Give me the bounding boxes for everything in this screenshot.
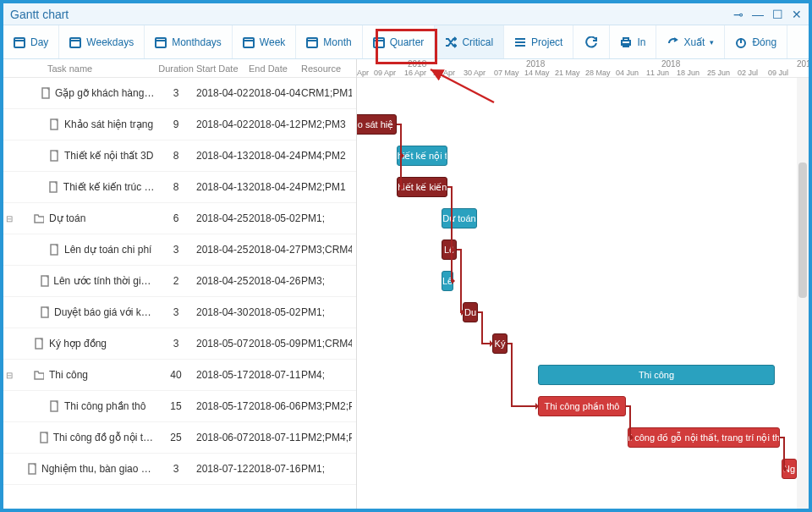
calendar-icon <box>243 36 255 48</box>
table-row[interactable]: Thi công đồ gỗ nội thất, tran252018-06-0… <box>3 422 356 454</box>
task-resource: PM1; <box>301 212 352 224</box>
task-duration: 6 <box>156 212 196 224</box>
task-duration: 8 <box>156 181 196 193</box>
close-label: Đóng <box>752 36 776 48</box>
table-row[interactable]: Thiết kế kiến trúc 3D82018-04-132018-04-… <box>3 172 356 203</box>
scrollbar-thumb[interactable] <box>798 162 807 298</box>
refresh-button[interactable] <box>573 25 610 58</box>
task-resource: PM4; <box>301 369 352 381</box>
task-end: 2018-06-06 <box>249 400 301 412</box>
timeline-tick: 23 Apr <box>433 69 455 77</box>
print-button[interactable]: In <box>610 25 656 58</box>
quarter-button[interactable]: Quarter <box>363 25 436 58</box>
table-row[interactable]: Thiết kế nội thất 3D82018-04-132018-04-2… <box>3 140 356 172</box>
task-name: Nghiệm thu, bàn giao công trìn <box>41 463 156 475</box>
task-name: Lên dự toán chi phí <box>64 244 151 256</box>
task-resource: PM3;CRM4 <box>301 244 352 256</box>
body-area: Task name Duration Start Date End Date R… <box>3 59 809 509</box>
col-resource-header[interactable]: Resource <box>301 59 352 77</box>
close-button[interactable]: Đóng <box>725 25 787 58</box>
table-row[interactable]: ⊟Thi công402018-05-172018-07-11PM4; <box>3 360 356 391</box>
expand-icon[interactable]: ⊟ <box>3 371 15 380</box>
gantt-bar[interactable]: Thi công <box>538 365 775 385</box>
vertical-scrollbar[interactable] <box>797 78 809 509</box>
document-icon <box>47 244 61 256</box>
window-controls: ⊸ — ☐ ✕ <box>733 3 802 25</box>
critical-button[interactable]: Critical <box>435 25 504 58</box>
task-resource: CRM1;PM1 <box>301 87 352 99</box>
gantt-bar[interactable]: Thi công phần thô <box>538 396 626 416</box>
timeline-year: 2018 <box>526 59 545 69</box>
close-icon[interactable]: ✕ <box>792 3 802 25</box>
timeline-tick: 14 May <box>524 69 550 77</box>
export-button[interactable]: Xuất▾ <box>656 25 725 58</box>
task-end: 2018-07-11 <box>249 369 301 381</box>
task-name: Thi công đồ gỗ nội thất, tran <box>53 432 156 443</box>
gantt-window: Gantt chart ⊸ — ☐ ✕ Day Weekdays Monthda… <box>0 0 812 512</box>
table-row[interactable]: Nghiệm thu, bàn giao công trìn32018-07-1… <box>3 454 356 485</box>
table-row[interactable]: Duyệt báo giá với khách hà32018-04-30201… <box>3 297 356 328</box>
calendar-icon <box>14 36 25 48</box>
task-duration: 2 <box>156 275 196 287</box>
project-button[interactable]: Project <box>504 25 573 58</box>
table-row[interactable]: Lên ước tính thời gian thi cô22018-04-25… <box>3 266 356 297</box>
table-row[interactable]: Gặp gỡ khách hàng làm rõ32018-04-022018-… <box>3 78 356 109</box>
pin-icon[interactable]: ⊸ <box>733 3 743 25</box>
titlebar: Gantt chart ⊸ — ☐ ✕ <box>3 3 809 25</box>
monthdays-button[interactable]: Monthdays <box>145 25 233 58</box>
weekdays-button[interactable]: Weekdays <box>59 25 145 58</box>
list-icon <box>514 36 526 48</box>
gantt-bar[interactable]: o sát hiệ <box>357 114 397 135</box>
timeline-year: 2018 <box>661 59 680 69</box>
grid-header: Task name Duration Start Date End Date R… <box>3 59 356 78</box>
week-button[interactable]: Week <box>233 25 296 58</box>
col-end-header[interactable]: End Date <box>249 59 301 77</box>
svg-rect-6 <box>244 38 254 47</box>
table-row[interactable]: Thi công phần thô152018-05-172018-06-06P… <box>3 391 356 422</box>
folder-icon <box>32 212 46 224</box>
col-task-header[interactable]: Task name <box>3 59 156 77</box>
task-end: 2018-04-27 <box>249 244 301 256</box>
task-name: Duyệt báo giá với khách hà <box>54 306 156 318</box>
month-button[interactable]: Month <box>296 25 362 58</box>
power-icon <box>735 36 747 48</box>
timeline-tick: 07 May <box>494 69 519 77</box>
timeline-tick: 30 Apr <box>464 69 486 77</box>
task-resource: PM1;CRM4 <box>301 338 352 350</box>
task-start: 2018-04-25 <box>196 244 249 256</box>
task-name: Dự toán <box>49 212 85 224</box>
day-button[interactable]: Day <box>3 25 59 58</box>
maximize-icon[interactable]: ☐ <box>772 3 783 25</box>
svg-rect-16 <box>623 38 628 41</box>
svg-rect-2 <box>70 38 80 47</box>
task-duration: 3 <box>156 244 196 256</box>
critical-label: Critical <box>462 36 493 48</box>
task-resource: PM3; <box>301 275 352 287</box>
task-duration: 9 <box>156 118 196 130</box>
timeline-tick: 28 May <box>585 69 611 77</box>
task-name: Lên ước tính thời gian thi cô <box>53 275 156 287</box>
shuffle-icon <box>445 36 457 48</box>
toolbar: Day Weekdays Monthdays Week Month Quarte… <box>3 25 809 59</box>
task-duration: 25 <box>156 432 196 443</box>
timeline-tick: 09 Jul <box>768 69 788 77</box>
col-duration-header[interactable]: Duration <box>156 59 196 77</box>
export-label: Xuất <box>683 36 705 48</box>
timeline-header: 201820182018201Apr09 Apr16 Apr23 Apr30 A… <box>357 59 809 78</box>
minimize-icon[interactable]: — <box>752 3 764 25</box>
table-row[interactable]: Ký hợp đồng32018-05-072018-05-09PM1;CRM4 <box>3 328 356 360</box>
task-start: 2018-05-17 <box>196 400 249 412</box>
table-row[interactable]: ⊟Dự toán62018-04-252018-05-02PM1; <box>3 203 356 234</box>
gantt-bar[interactable]: Dự toán <box>442 208 477 228</box>
table-row[interactable]: Khảo sát hiện trạng92018-04-022018-04-12… <box>3 109 356 140</box>
gantt-bar[interactable]: Thi công đồ gỗ nội thất, trang trí nội t… <box>628 427 780 448</box>
gantt-chart[interactable]: 201820182018201Apr09 Apr16 Apr23 Apr30 A… <box>357 59 809 509</box>
month-label: Month <box>323 36 351 48</box>
col-start-header[interactable]: Start Date <box>196 59 249 77</box>
task-resource: PM3;PM2;PM <box>301 400 352 412</box>
document-icon <box>47 150 61 162</box>
task-name: Thiết kế kiến trúc 3D <box>63 181 156 193</box>
project-label: Project <box>531 36 562 48</box>
expand-icon[interactable]: ⊟ <box>3 214 15 223</box>
table-row[interactable]: Lên dự toán chi phí32018-04-252018-04-27… <box>3 234 356 266</box>
